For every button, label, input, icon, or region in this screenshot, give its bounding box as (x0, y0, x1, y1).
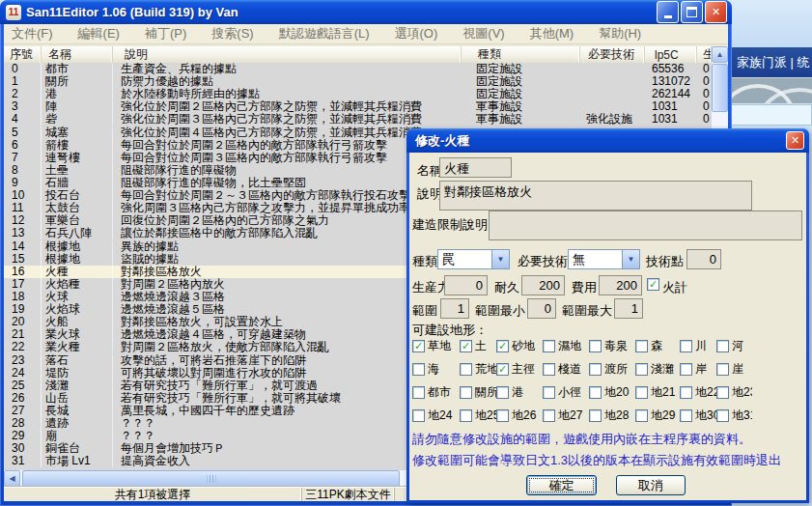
maximize-button[interactable] (681, 1, 703, 23)
terrain-option[interactable]: ✓淺灘 (635, 361, 680, 378)
column-header-prod[interactable]: 生產 (697, 46, 712, 63)
column-header-lp5c[interactable]: lp5C (645, 46, 697, 63)
terrain-checkbox[interactable]: ✓ (496, 409, 509, 422)
fire-plan-checkbox[interactable]: ✓ (647, 278, 659, 291)
menu-item[interactable]: 默認遊戲語言(L) (279, 25, 370, 42)
dialog-titlebar[interactable]: 修改-火種 ✕ (406, 128, 809, 153)
cost-field[interactable]: 200 (599, 275, 642, 295)
terrain-option[interactable]: ✓森 (635, 338, 680, 354)
terrain-option[interactable]: ✓地22 (680, 384, 716, 401)
terrain-option[interactable]: ✓都市 (412, 384, 460, 401)
scroll-left-icon[interactable]: ◀ (4, 470, 20, 487)
column-header-desc[interactable]: 說明 (113, 46, 462, 63)
terrain-option[interactable]: ✓棧道 (543, 361, 589, 378)
terrain-checkbox[interactable]: ✓ (635, 386, 648, 399)
terrain-checkbox[interactable]: ✓ (680, 386, 692, 399)
table-row[interactable]: 3陣強化位於周圍２區格內己方部隊之防禦，並減輕其兵糧消費軍事施設10310 (4, 100, 712, 113)
terrain-checkbox[interactable]: ✓ (543, 363, 555, 376)
menu-item[interactable]: 選項(O) (395, 25, 438, 42)
column-header-name[interactable]: 名稱 (42, 46, 113, 63)
table-row[interactable]: 1關所防禦力優越的據點固定施設1310720 (4, 75, 712, 88)
terrain-checkbox[interactable]: ✓ (589, 386, 602, 399)
terrain-checkbox[interactable]: ✓ (496, 340, 509, 352)
terrain-option[interactable]: ✓地24 (412, 408, 460, 424)
chevron-down-icon[interactable]: ▼ (491, 250, 509, 268)
terrain-checkbox[interactable]: ✓ (680, 409, 692, 422)
terrain-checkbox[interactable]: ✓ (412, 363, 425, 376)
ok-button[interactable]: 確定 (526, 475, 597, 495)
terrain-checkbox[interactable]: ✓ (716, 386, 729, 399)
required-tech-select[interactable]: 無 ▼ (568, 249, 640, 269)
terrain-checkbox[interactable]: ✓ (589, 363, 602, 376)
terrain-option[interactable]: ✓地26 (496, 408, 543, 424)
table-row[interactable]: 2港於水陸移動時所經由的據點固定施設2621440 (4, 88, 712, 100)
terrain-checkbox[interactable]: ✓ (589, 340, 602, 352)
terrain-option[interactable]: ✓港 (496, 384, 543, 401)
table-row[interactable]: 0都市生產資金、兵糧的據點固定施設655360 (4, 63, 712, 75)
table-row[interactable]: 4砦強化位於周圍３區格內己方部隊之防禦，並減輕其兵糧消費軍事施設強化設施1031… (4, 113, 712, 126)
dialog-close-button[interactable]: ✕ (786, 131, 804, 150)
terrain-checkbox[interactable]: ✓ (496, 363, 509, 376)
terrain-option[interactable]: ✓主徑 (496, 361, 543, 378)
terrain-option[interactable]: ✓地30 (680, 408, 716, 424)
kind-select[interactable]: 罠 ▼ (437, 249, 510, 269)
menu-item[interactable]: 其他(M) (530, 25, 574, 42)
tech-points-field[interactable]: 0 (686, 249, 721, 269)
scroll-up-icon[interactable]: ▲ (712, 46, 728, 63)
terrain-option[interactable]: ✓荒地 (460, 361, 496, 378)
terrain-checkbox[interactable]: ✓ (635, 363, 648, 376)
terrain-checkbox[interactable]: ✓ (716, 409, 729, 422)
terrain-checkbox[interactable]: ✓ (543, 386, 555, 399)
terrain-checkbox[interactable]: ✓ (680, 340, 692, 352)
terrain-checkbox[interactable]: ✓ (412, 409, 425, 422)
background-window-textbox[interactable] (729, 104, 812, 126)
menu-item[interactable]: 編輯(E) (78, 25, 120, 42)
terrain-checkbox[interactable]: ✓ (635, 340, 648, 352)
productivity-field[interactable]: 0 (444, 275, 488, 295)
terrain-option[interactable]: ✓小徑 (543, 384, 589, 401)
range-min-field[interactable]: 0 (527, 298, 556, 319)
terrain-option[interactable]: ✓地23 (716, 384, 752, 401)
column-header-kind[interactable]: 種類 (462, 46, 580, 63)
desc-field[interactable]: 對鄰接區格放火 (439, 181, 752, 211)
terrain-option[interactable]: ✓砂地 (496, 338, 543, 354)
menu-item[interactable]: 補丁(P) (145, 25, 186, 42)
horizontal-scroll-thumb[interactable] (22, 470, 400, 487)
vertical-scroll-thumb[interactable] (712, 64, 728, 112)
terrain-option[interactable]: ✓海 (412, 361, 460, 378)
cancel-button[interactable]: 取消 (616, 475, 686, 495)
chevron-down-icon[interactable]: ▼ (622, 250, 639, 268)
menu-item[interactable]: 幫助(H) (599, 25, 641, 42)
range-max-field[interactable]: 1 (614, 298, 643, 319)
terrain-checkbox[interactable]: ✓ (460, 386, 472, 399)
build-limit-field[interactable] (489, 211, 802, 240)
terrain-checkbox[interactable]: ✓ (635, 409, 648, 422)
terrain-option[interactable]: ✓關所 (460, 384, 496, 401)
range-field[interactable]: 1 (440, 298, 469, 319)
terrain-checkbox[interactable]: ✓ (460, 409, 472, 422)
terrain-checkbox[interactable]: ✓ (496, 386, 509, 399)
terrain-option[interactable]: ✓地27 (543, 408, 589, 424)
terrain-option[interactable]: ✓地28 (589, 408, 635, 424)
terrain-option[interactable]: ✓地25 (460, 408, 496, 424)
terrain-option[interactable]: ✓崖 (716, 361, 752, 378)
terrain-option[interactable]: ✓毒泉 (589, 338, 635, 354)
terrain-checkbox[interactable]: ✓ (543, 340, 555, 352)
terrain-checkbox[interactable]: ✓ (716, 363, 729, 376)
close-button[interactable]: ✕ (705, 1, 727, 23)
terrain-option[interactable]: ✓濕地 (543, 338, 589, 354)
terrain-checkbox[interactable]: ✓ (460, 363, 472, 376)
terrain-option[interactable]: ✓渡所 (589, 361, 635, 378)
terrain-checkbox[interactable]: ✓ (460, 340, 472, 352)
terrain-option[interactable]: ✓地20 (589, 384, 635, 401)
menu-item[interactable]: 搜索(S) (211, 25, 253, 42)
terrain-option[interactable]: ✓地29 (635, 408, 680, 424)
terrain-option[interactable]: ✓河 (716, 338, 752, 354)
terrain-option[interactable]: ✓岸 (680, 361, 716, 378)
terrain-checkbox[interactable]: ✓ (716, 340, 729, 352)
terrain-option[interactable]: ✓地21 (635, 384, 680, 401)
main-titlebar[interactable]: 11 San11Editor 1.06 (Build 319) by Van ✕ (0, 0, 732, 24)
column-header-tech[interactable]: 必要技術 (580, 46, 645, 63)
name-field[interactable]: 火種 (439, 157, 512, 178)
terrain-checkbox[interactable]: ✓ (680, 363, 692, 376)
